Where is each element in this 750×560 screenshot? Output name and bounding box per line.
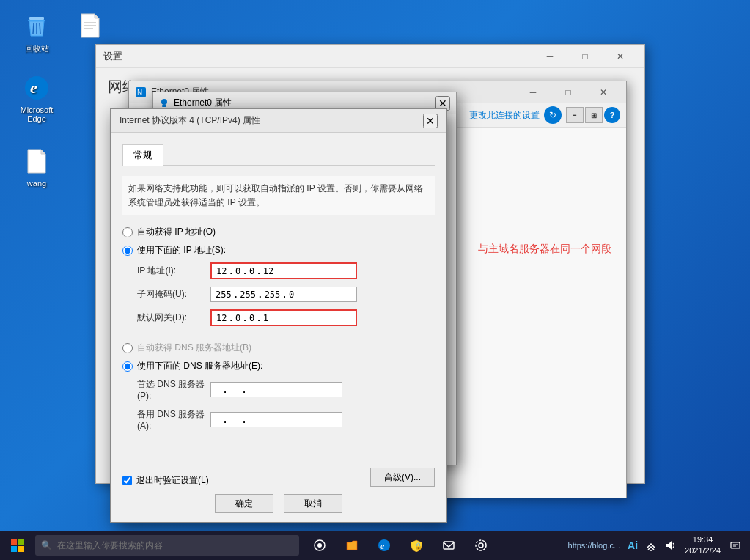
settings-close-btn[interactable]: ✕	[603, 45, 637, 68]
ok-btn[interactable]: 确定	[215, 494, 273, 513]
svg-rect-0	[29, 17, 44, 20]
manual-dns-text: 使用下面的 DNS 服务器地址(E):	[137, 360, 262, 372]
recycle-bin-image	[22, 11, 51, 40]
preferred-dns-row: 首选 DNS 服务器(P): . .	[122, 378, 435, 401]
ip-input[interactable]: 12 . 0 . 0 . 12	[210, 262, 357, 279]
settings-title: 设置	[103, 50, 122, 63]
clock[interactable]: 19:34 2021/2/24	[680, 534, 725, 557]
taskbar-search-wrapper[interactable]: 🔍	[35, 535, 299, 556]
tray-website[interactable]: https://blog.c...	[565, 531, 624, 560]
tcp-general-tab[interactable]: 常规	[122, 144, 163, 166]
subnet-field-row: 子网掩码(U): 255 . 255 . 255 . 0	[122, 287, 435, 302]
svg-rect-16	[162, 105, 166, 107]
edge-label: Microsoft Edge	[11, 106, 62, 123]
taskbar-search-input[interactable]	[35, 535, 299, 556]
svg-rect-17	[11, 539, 17, 545]
cancel-btn[interactable]: 取消	[284, 494, 342, 513]
network-win-controls: ─ □ ✕	[516, 82, 620, 103]
ip-value: 12	[216, 266, 227, 276]
wang-icon[interactable]: wang	[11, 147, 62, 188]
manual-dns-radio[interactable]	[122, 361, 133, 372]
manual-ip-label[interactable]: 使用下面的 IP 地址(S):	[122, 244, 435, 257]
ip-field-row: IP 地址(I): 12 . 0 . 0 . 12	[122, 262, 435, 279]
tcp-title: Internet 协议版本 4 (TCP/IPv4) 属性	[120, 114, 260, 127]
tcp-controls: ✕	[423, 114, 438, 128]
edge-image: e	[22, 73, 51, 103]
start-button[interactable]	[0, 531, 35, 560]
security-btn[interactable]: 🔒	[402, 531, 431, 560]
auto-ip-text: 自动获得 IP 地址(O)	[137, 226, 216, 238]
tcp-close-btn[interactable]: ✕	[423, 114, 438, 128]
validate-checkbox[interactable]	[122, 476, 132, 485]
alternate-dns-input[interactable]: . .	[210, 412, 342, 427]
auto-ip-radio[interactable]	[122, 227, 133, 237]
auto-dns-radio[interactable]	[122, 343, 133, 353]
change-settings-link[interactable]: 更改此连接的设置	[469, 109, 540, 122]
document-image	[76, 11, 105, 40]
settings-titlebar: 设置 ─ □ ✕	[96, 45, 644, 68]
svg-rect-20	[18, 546, 24, 552]
tray-speaker[interactable]	[661, 531, 679, 560]
svg-text:e: e	[30, 78, 37, 97]
clock-date: 2021/2/24	[685, 545, 721, 556]
action-center-btn[interactable]	[727, 531, 744, 560]
manual-ip-radio[interactable]	[122, 246, 133, 256]
view-icon-btn[interactable]: ⊞	[585, 107, 603, 123]
tcp-description: 如果网络支持此功能，则可以获取自动指派的 IP 设置。否则，你需要从网络系统管理…	[122, 176, 435, 215]
network-close-btn[interactable]: ✕	[587, 82, 620, 103]
file-explorer-btn[interactable]	[337, 531, 367, 560]
taskbar-edge-btn[interactable]: e	[370, 531, 399, 560]
ethernet-title: Ethernet0 属性	[174, 97, 232, 109]
advanced-btn[interactable]: 高级(V)...	[370, 468, 435, 487]
checkbox-row: 退出时验证设置(L)	[122, 474, 209, 487]
view-detail-btn[interactable]: ≡	[566, 107, 584, 123]
svg-point-22	[317, 543, 322, 548]
svg-text:N: N	[137, 89, 142, 97]
taskbar-edge-icon: e	[378, 539, 391, 552]
mic-icon	[159, 98, 169, 108]
auto-dns-group: 自动获得 DNS 服务器地址(B)	[122, 342, 435, 354]
speaker-icon	[664, 539, 676, 551]
network-minimize-btn[interactable]: ─	[516, 82, 550, 103]
mail-icon	[442, 539, 455, 552]
windows-logo-icon	[11, 539, 24, 552]
settings-maximize-btn[interactable]: □	[568, 45, 602, 68]
help-btn[interactable]: ?	[604, 107, 620, 123]
svg-point-27	[479, 543, 483, 548]
svg-line-4	[40, 23, 40, 34]
svg-text:e: e	[380, 541, 385, 551]
svg-rect-30	[731, 542, 740, 548]
network-maximize-btn[interactable]: □	[551, 82, 585, 103]
validate-label: 退出时验证设置(L)	[136, 474, 209, 487]
gateway-field-label: 默认网关(D):	[137, 312, 210, 324]
document-icon[interactable]	[65, 11, 116, 43]
subnet-input[interactable]: 255 . 255 . 255 . 0	[210, 287, 357, 302]
svg-rect-18	[18, 539, 24, 545]
gateway-input[interactable]: 12 . 0 . 0 . 1	[210, 309, 357, 326]
file-explorer-icon	[345, 539, 359, 552]
task-view-btn[interactable]	[305, 531, 334, 560]
mail-btn[interactable]	[434, 531, 463, 560]
clock-time: 19:34	[693, 534, 713, 545]
edge-icon[interactable]: e Microsoft Edge	[11, 73, 62, 123]
auto-dns-label[interactable]: 自动获得 DNS 服务器地址(B)	[122, 342, 435, 354]
settings-minimize-btn[interactable]: ─	[533, 45, 567, 68]
taskbar: 🔍 e 🔒	[0, 531, 750, 560]
shield-icon: 🔒	[410, 539, 423, 552]
subnet-field-label: 子网掩码(U):	[137, 288, 210, 301]
taskbar-settings-btn[interactable]	[466, 531, 496, 560]
auto-dns-text: 自动获得 DNS 服务器地址(B)	[137, 342, 251, 354]
preferred-dns-input[interactable]: . .	[210, 382, 342, 397]
recycle-bin-label: 回收站	[25, 43, 49, 54]
manual-dns-label[interactable]: 使用下面的 DNS 服务器地址(E):	[122, 360, 435, 372]
action-center-icon	[729, 539, 741, 551]
tray-ai[interactable]: Ai	[625, 531, 641, 560]
recycle-bin-icon[interactable]: 回收站	[11, 11, 62, 54]
auto-ip-label[interactable]: 自动获得 IP 地址(O)	[122, 226, 435, 238]
tcp-titlebar: Internet 协议版本 4 (TCP/IPv4) 属性 ✕	[111, 109, 446, 133]
refresh-btn[interactable]: ↻	[544, 106, 562, 124]
tcp-tab-bar: 常规	[122, 144, 435, 166]
svg-text:🔒: 🔒	[414, 542, 423, 550]
separator	[122, 334, 435, 334]
tray-network[interactable]	[642, 531, 660, 560]
